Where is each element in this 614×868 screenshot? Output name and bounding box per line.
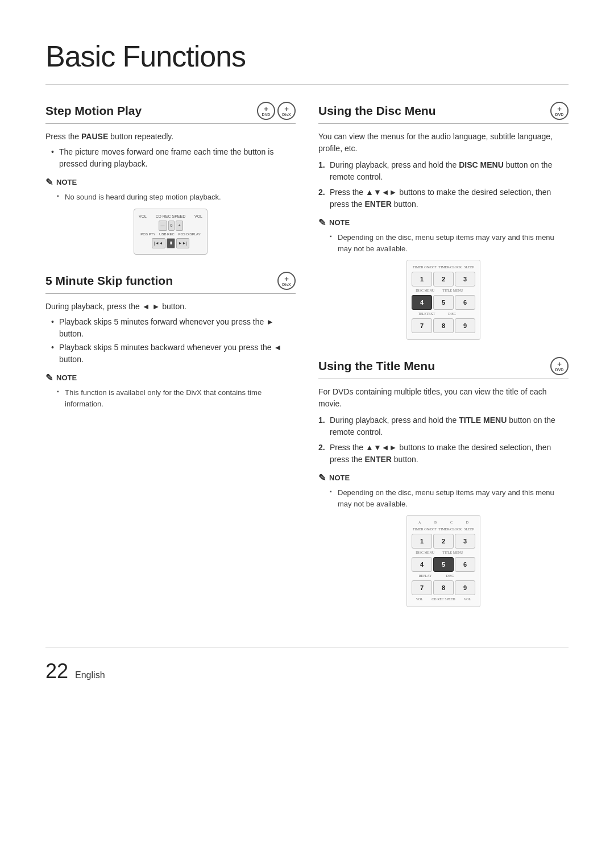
title-menu-step-2: 2. Press the ▲▼◄► buttons to make the de… <box>318 442 569 466</box>
divx-icon: + DivX <box>277 102 296 120</box>
skip-bullet-1: Playback skips 5 minutes forward wheneve… <box>51 316 296 340</box>
left-column: Step Motion Play + DVD + DivX Press the … <box>45 102 296 624</box>
page-language: English <box>75 668 105 682</box>
t-key-5-title: 5 <box>433 557 454 572</box>
t-key-2: 2 <box>433 534 454 549</box>
page-number: 22 <box>45 656 68 687</box>
step-motion-intro: Press the PAUSE button repeatedly. <box>45 131 296 143</box>
title-menu-keypad: A B C D TIMER ON/OFF TIMER/CLOCK SLEEP 1… <box>318 515 569 607</box>
note-icon-disc: ✎ <box>318 216 326 230</box>
title-menu-icons: + DVD <box>550 357 569 375</box>
t-key-6: 6 <box>455 557 475 572</box>
divx-icon-skip: + DivX <box>277 272 296 290</box>
page-title: Basic Functions <box>45 34 569 85</box>
dvd-icon-disc: + DVD <box>550 102 569 120</box>
t-key-1: 1 <box>412 534 432 549</box>
t-key-9: 9 <box>455 580 475 595</box>
title-menu-intro: For DVDs containing multiple titles, you… <box>318 386 569 410</box>
pause-btn: ⏸ <box>167 238 175 248</box>
key-7: 7 <box>412 318 432 333</box>
skip-note: ✎ NOTE This function is availabel only f… <box>45 371 296 409</box>
disc-menu-title: Using the Disc Menu + DVD <box>318 102 569 124</box>
disc-menu-section: Using the Disc Menu + DVD You can view t… <box>318 102 569 340</box>
t-key-8: 8 <box>433 580 454 595</box>
note-item: No sound is heard during step motion pla… <box>57 192 296 203</box>
skip-intro: During playback, press the ◄ ► button. <box>45 301 296 313</box>
key-2: 2 <box>433 272 454 286</box>
bullet-item: The picture moves forward one frame each… <box>51 146 296 170</box>
note-icon: ✎ <box>45 176 53 189</box>
key-9: 9 <box>455 318 475 333</box>
minus-btn: — <box>159 221 167 231</box>
disc-menu-step-2: 2. Press the ▲▼◄► buttons to make the de… <box>318 186 569 210</box>
title-menu-section: Using the Title Menu + DVD For DVDs cont… <box>318 357 569 607</box>
next-btn: ►►| <box>176 238 190 248</box>
dvd-icon: + DVD <box>257 102 275 120</box>
five-minute-skip-section: 5 Minute Skip function + DivX During pla… <box>45 272 296 409</box>
step-motion-remote: VOL CD REC SPEED VOL — 0 + POS PTY USB R… <box>45 209 296 255</box>
plus-btn: + <box>176 221 182 231</box>
t-key-7: 7 <box>412 580 432 595</box>
disc-menu-step-1: 1. During playback, press and hold the D… <box>318 159 569 183</box>
key-5: 5 <box>433 295 454 310</box>
note-icon-title: ✎ <box>318 471 326 485</box>
t-key-3: 3 <box>455 534 475 549</box>
step-motion-icons: + DVD + DivX <box>257 102 296 120</box>
five-minute-skip-title: 5 Minute Skip function + DivX <box>45 272 296 294</box>
skip-bullets: Playback skips 5 minutes forward wheneve… <box>51 316 296 366</box>
t-key-4: 4 <box>412 557 432 572</box>
prev-btn: |◄◄ <box>152 238 165 248</box>
step-motion-play-title: Step Motion Play + DVD + DivX <box>45 102 296 124</box>
step-motion-note: ✎ NOTE No sound is heard during step mot… <box>45 176 296 203</box>
key-8: 8 <box>433 318 454 333</box>
title-menu-step-1: 1. During playback, press and hold the T… <box>318 414 569 438</box>
skip-note-item: This function is availabel only for the … <box>57 387 296 409</box>
title-note-item: Depending on the disc, menu setup items … <box>330 487 569 509</box>
step-motion-play-section: Step Motion Play + DVD + DivX Press the … <box>45 102 296 255</box>
disc-menu-intro: You can view the menus for the audio lan… <box>318 131 569 155</box>
right-column: Using the Disc Menu + DVD You can view t… <box>318 102 569 624</box>
title-menu-note: ✎ NOTE Depending on the disc, menu setup… <box>318 471 569 509</box>
step-motion-bullets: The picture moves forward one frame each… <box>51 146 296 170</box>
key-4-disc: 4 <box>412 295 432 310</box>
dvd-icon-title: + DVD <box>550 357 569 375</box>
skip-icons: + DivX <box>277 272 296 290</box>
disc-menu-steps: 1. During playback, press and hold the D… <box>318 159 569 210</box>
disc-menu-note: ✎ NOTE Depending on the disc, menu setup… <box>318 216 569 254</box>
page-footer: 22 English <box>45 647 569 687</box>
note-icon-skip: ✎ <box>45 371 53 385</box>
key-1: 1 <box>412 272 432 286</box>
disc-menu-icons: + DVD <box>550 102 569 120</box>
zero-btn: 0 <box>168 221 175 231</box>
disc-menu-keypad: TIMER ON/OFF TIMER/CLOCK SLEEP 1 2 3 DIS… <box>318 260 569 340</box>
title-menu-title: Using the Title Menu + DVD <box>318 357 569 379</box>
key-6: 6 <box>455 295 475 310</box>
disc-note-item: Depending on the disc, menu setup items … <box>330 232 569 254</box>
skip-bullet-2: Playback skips 5 minutes backward whenev… <box>51 342 296 366</box>
key-3: 3 <box>455 272 475 286</box>
title-menu-steps: 1. During playback, press and hold the T… <box>318 414 569 466</box>
